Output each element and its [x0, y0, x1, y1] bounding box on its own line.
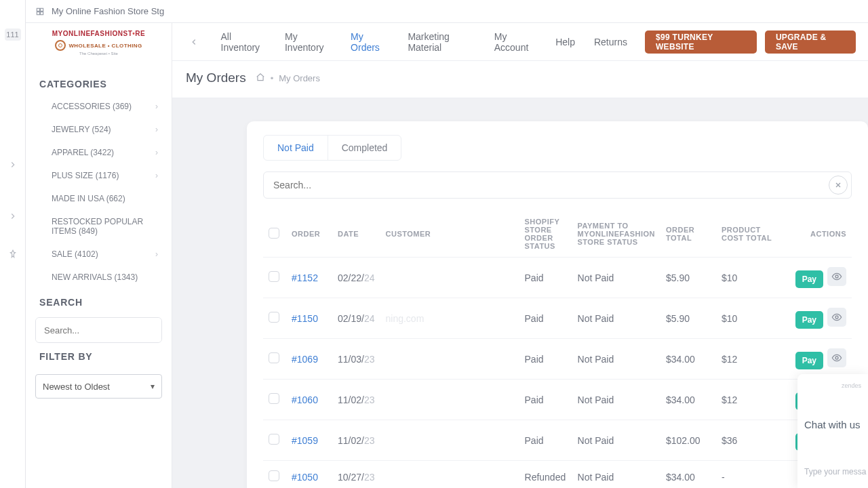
- chevron-right-icon: ›: [155, 125, 158, 134]
- row-checkbox[interactable]: [269, 470, 279, 481]
- logo-tagline: The Cheapeset • Site: [37, 52, 161, 56]
- order-total: $34.00: [660, 380, 716, 420]
- category-label: JEWELRY (524): [52, 125, 111, 134]
- svg-rect-1: [41, 8, 43, 11]
- top-nav: All InventoryMy InventoryMy OrdersMarket…: [172, 23, 868, 61]
- row-checkbox[interactable]: [269, 352, 279, 363]
- clear-search-button[interactable]: [829, 176, 848, 195]
- product-cost: $10: [716, 298, 778, 339]
- category-item[interactable]: RESTOCKED POPULAR ITEMS (849): [26, 210, 172, 243]
- order-total: $5.90: [660, 298, 716, 339]
- payment-status: Not Paid: [572, 461, 660, 489]
- pay-button[interactable]: Pay: [795, 270, 823, 288]
- logo-mark: [55, 40, 66, 51]
- upgrade-button[interactable]: UPGRADE & SAVE: [765, 30, 856, 54]
- row-checkbox[interactable]: [269, 393, 279, 404]
- product-cost: $36: [716, 420, 778, 461]
- category-list: ACCESSORIES (369)›JEWELRY (524)›APPAREL …: [26, 95, 172, 289]
- nav-item[interactable]: Help: [546, 23, 585, 61]
- order-link[interactable]: #1059: [292, 435, 318, 446]
- tab[interactable]: Completed: [328, 136, 401, 160]
- panel-search: [263, 171, 852, 199]
- filter-select[interactable]: Newest to Oldest ▾: [35, 374, 162, 399]
- nav-item[interactable]: Returns: [585, 23, 637, 61]
- order-total: $34.00: [660, 339, 716, 380]
- pay-button[interactable]: Pay: [795, 352, 823, 369]
- category-item[interactable]: JEWELRY (524)›: [26, 118, 172, 141]
- date-cell: 02/19/24: [332, 298, 380, 339]
- sidebar: MYONLINEFASHIONST•RE WHOLESALE • CLOTHIN…: [26, 23, 172, 488]
- category-item[interactable]: SALE (4102)›: [26, 243, 172, 266]
- category-item[interactable]: NEW ARRIVALS (1343): [26, 266, 172, 289]
- nav-item[interactable]: My Account: [485, 23, 546, 61]
- sidebar-search: [35, 317, 162, 343]
- product-cost: $10: [716, 258, 778, 298]
- panel-search-input[interactable]: [263, 171, 852, 199]
- date-cell: 10/27/23: [332, 461, 380, 489]
- order-link[interactable]: #1152: [292, 272, 318, 283]
- orders-panel: Not PaidCompleted ORDER DATE: [247, 121, 868, 488]
- view-button[interactable]: [827, 348, 846, 367]
- svg-rect-0: [37, 8, 39, 11]
- category-label: MADE IN USA (662): [52, 194, 125, 203]
- row-checkbox[interactable]: [269, 434, 279, 445]
- app-icon: [35, 7, 45, 16]
- pin-icon[interactable]: [8, 249, 18, 259]
- home-icon[interactable]: [256, 73, 265, 84]
- order-link[interactable]: #1060: [292, 394, 318, 405]
- nav-item[interactable]: Marketing Material: [398, 23, 484, 61]
- categories-heading: CATEGORIES: [26, 70, 172, 95]
- category-item[interactable]: ACCESSORIES (369)›: [26, 95, 172, 118]
- payment-status: Not Paid: [572, 339, 660, 380]
- header-customer: CUSTOMER: [380, 211, 519, 258]
- order-total: $102.00: [660, 420, 716, 461]
- tab[interactable]: Not Paid: [264, 136, 328, 160]
- chat-widget[interactable]: zendes Chat with us Type your messa: [797, 374, 868, 488]
- nav-item[interactable]: My Orders: [341, 23, 398, 61]
- chat-brand: zendes: [804, 382, 861, 389]
- chevron-right-icon[interactable]: [8, 211, 18, 221]
- svg-point-10: [835, 357, 838, 359]
- order-total: $5.90: [660, 258, 716, 298]
- chevron-right-icon[interactable]: [8, 160, 18, 169]
- product-cost: -: [716, 461, 778, 489]
- svg-rect-3: [41, 12, 43, 14]
- shopify-status: Paid: [519, 420, 572, 461]
- view-button[interactable]: [827, 267, 846, 286]
- order-link[interactable]: #1069: [292, 354, 318, 365]
- table-row: #115002/19/24ning.comPaidNot Paid$5.90$1…: [263, 298, 852, 339]
- payment-status: Not Paid: [572, 298, 660, 339]
- nav-item[interactable]: All Inventory: [212, 23, 275, 61]
- collapse-sidebar-button[interactable]: [184, 32, 203, 52]
- date-cell: 02/22/24: [332, 258, 380, 298]
- header-cost: PRODUCT COST TOTAL: [716, 211, 778, 258]
- order-link[interactable]: #1150: [292, 313, 318, 324]
- shopify-status: Paid: [519, 380, 572, 420]
- logo-subtext: WHOLESALE • CLOTHING: [68, 43, 142, 49]
- payment-status: Not Paid: [572, 258, 660, 298]
- chat-input-placeholder[interactable]: Type your messa: [804, 467, 861, 476]
- search-heading: SEARCH: [26, 289, 172, 313]
- shopify-status: Paid: [519, 339, 572, 380]
- shopify-status: Paid: [519, 298, 572, 339]
- view-button[interactable]: [827, 308, 846, 327]
- order-link[interactable]: #1050: [292, 472, 318, 483]
- customer-cell: ning.com: [380, 298, 519, 339]
- category-item[interactable]: MADE IN USA (662): [26, 187, 172, 210]
- turnkey-button[interactable]: $99 TURNKEY WEBSITE: [645, 30, 757, 54]
- svg-rect-2: [37, 12, 39, 14]
- sidebar-search-input[interactable]: [36, 318, 162, 342]
- category-item[interactable]: PLUS SIZE (1176)›: [26, 164, 172, 187]
- row-checkbox[interactable]: [269, 271, 279, 282]
- page-title: My Orders: [186, 70, 246, 85]
- nav-item[interactable]: My Inventory: [275, 23, 341, 61]
- category-item[interactable]: APPAREL (3422)›: [26, 141, 172, 164]
- customer-cell: [380, 258, 519, 298]
- pay-button[interactable]: Pay: [795, 311, 823, 329]
- table-row: #115202/22/24PaidNot Paid$5.90$10Pay: [263, 258, 852, 298]
- select-all-checkbox[interactable]: [269, 228, 279, 239]
- chevron-right-icon: ›: [155, 148, 158, 157]
- table-row: #105911/02/23PaidNot Paid$102.00$36Pay: [263, 420, 852, 461]
- order-total: $34.00: [660, 461, 716, 489]
- row-checkbox[interactable]: [269, 312, 279, 323]
